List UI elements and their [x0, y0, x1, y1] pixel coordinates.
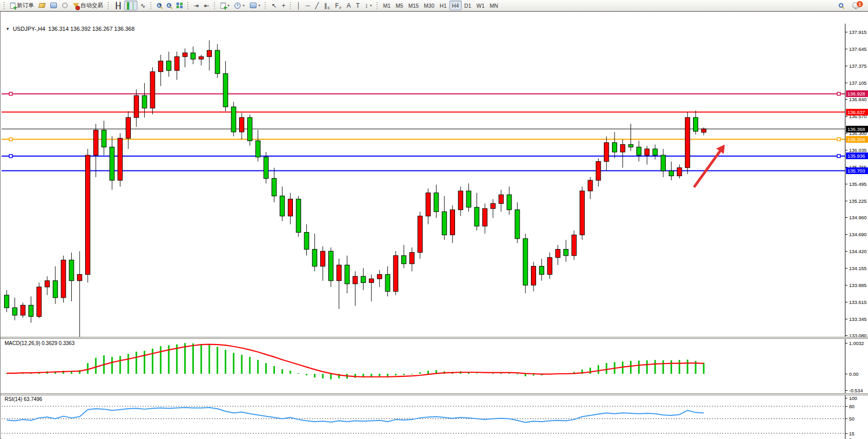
chart-title[interactable]: ▼ USDJPY-,H4 136.314 136.392 136.267 136…	[6, 26, 134, 32]
market-watch-button[interactable]	[48, 1, 60, 10]
search-button[interactable]	[836, 1, 846, 10]
candle-down	[507, 195, 511, 209]
auto-trading-label: 自动交易	[81, 2, 103, 9]
horizontal-line-icon: ─	[306, 3, 310, 9]
axis-tick-dash	[845, 99, 847, 100]
rsi-indicator-pane[interactable]	[2, 395, 845, 439]
signals-button[interactable]	[60, 1, 70, 10]
timeframe-m15[interactable]: M15	[406, 1, 421, 10]
crosshair-tool-button[interactable]: +	[279, 1, 288, 10]
candle-down	[264, 157, 268, 179]
toolbar-grip[interactable]	[214, 2, 216, 9]
period-button[interactable]: ▾	[232, 1, 247, 10]
tile-windows-button[interactable]	[174, 1, 185, 10]
notifications-button[interactable]: 1	[850, 1, 862, 10]
brush-icon	[38, 3, 46, 8]
candle-up	[183, 53, 187, 56]
candle-up	[353, 276, 358, 284]
new-order-button[interactable]: 新订单	[8, 1, 36, 10]
timeframe-m1[interactable]: M1	[381, 1, 393, 10]
channel-icon: ∥	[324, 3, 327, 9]
chart-shift-button[interactable]: ⇤	[202, 1, 212, 10]
vertical-line-tool[interactable]: │	[294, 1, 303, 10]
ohlc-values-label: 136.314 136.392 136.267 136.368	[48, 26, 134, 32]
zoom-in-button[interactable]: +	[154, 1, 164, 10]
price-axis-tick: 133.345	[849, 316, 866, 322]
candle-up	[321, 251, 325, 266]
channel-tool[interactable]: ∥E	[322, 1, 333, 10]
price-axis-tick: 134.960	[849, 215, 866, 220]
pane-splitter[interactable]	[1, 337, 868, 339]
candle-down	[442, 212, 447, 235]
candle-up	[369, 279, 374, 282]
candlestick-icon: ▌│	[127, 3, 135, 9]
hline-handle[interactable]	[837, 138, 840, 141]
add-indicator-button[interactable]: ▾	[218, 1, 232, 10]
timeframe-w1[interactable]: W1	[474, 1, 487, 10]
hline-handle[interactable]	[9, 138, 12, 141]
auto-scroll-button[interactable]: ⇥	[191, 1, 202, 10]
toolbar-grip[interactable]	[265, 2, 267, 9]
text-tool[interactable]: A	[344, 1, 353, 10]
template-button[interactable]: ▾	[247, 1, 263, 10]
rsi-line	[7, 408, 704, 423]
candle-up	[174, 56, 179, 70]
timeframe-m30[interactable]: M30	[421, 1, 437, 10]
pane-splitter[interactable]	[1, 393, 868, 395]
timeframe-h1[interactable]: H1	[437, 1, 449, 10]
hline-handle[interactable]	[9, 155, 12, 158]
timeframe-d1[interactable]: D1	[462, 1, 474, 10]
candle-down	[110, 147, 114, 180]
candlestick-chart-button[interactable]: ▌│	[124, 1, 137, 10]
price-line-badge: 135.936	[846, 152, 868, 159]
line-chart-button[interactable]: ∿	[137, 1, 148, 10]
toolbar-grip[interactable]	[377, 2, 379, 9]
candle-down	[361, 276, 366, 282]
auto-scroll-icon: ⇥	[194, 3, 199, 9]
tile-windows-icon	[176, 3, 183, 8]
hline-handle[interactable]	[837, 155, 840, 158]
fibonacci-icon: F	[335, 3, 339, 9]
candle-down	[280, 196, 285, 216]
trendline-tool[interactable]: ╱	[312, 1, 321, 10]
macd-indicator-pane[interactable]	[2, 339, 845, 393]
toolbar-grip[interactable]	[4, 2, 6, 9]
search-icon	[839, 3, 843, 8]
candle-down	[564, 250, 568, 256]
candle-up	[159, 61, 163, 72]
toolbar-grip[interactable]	[187, 2, 189, 9]
fibonacci-tool[interactable]: FF	[332, 1, 344, 10]
arrow-annotation[interactable]	[694, 148, 722, 187]
candle-down	[637, 147, 641, 155]
arrows-tool[interactable]: ↕▾	[362, 1, 374, 10]
candle-down	[29, 305, 33, 316]
hline-handle[interactable]	[837, 92, 840, 96]
text-label-tool[interactable]: T	[353, 1, 362, 10]
zoom-out-button[interactable]: −	[164, 1, 174, 10]
toolbar-grip[interactable]	[150, 2, 152, 9]
cursor-tool-button[interactable]: ↖	[269, 1, 279, 10]
styler-button[interactable]	[36, 1, 48, 10]
candle-down	[539, 266, 544, 275]
axis-tick-dash	[845, 234, 847, 235]
timeframe-h4[interactable]: H4	[449, 1, 462, 10]
horizontal-line-tool[interactable]: ─	[303, 1, 313, 10]
toolbar-grip[interactable]	[290, 2, 292, 9]
bar-chart-button[interactable]: ┠┨	[112, 1, 124, 10]
main-price-chart[interactable]	[2, 24, 845, 337]
price-axis-tick: 134.420	[849, 249, 866, 254]
candle-down	[223, 73, 228, 107]
timeframe-m5[interactable]: M5	[393, 1, 406, 10]
toolbar-grip[interactable]	[108, 2, 110, 9]
axis-tick-dash	[845, 49, 847, 49]
hline-handle[interactable]	[9, 92, 12, 96]
candle-up	[61, 260, 66, 297]
candle-up	[393, 256, 398, 292]
axis-tick-dash	[845, 418, 847, 419]
candle-down	[434, 193, 439, 212]
price-axis[interactable]: 137.915137.645137.375137.105136.840136.5…	[845, 24, 868, 439]
auto-trading-button[interactable]: 自动交易	[70, 1, 106, 10]
macd-label: MACD(12,26,9) 0.3629 0.3363	[5, 340, 74, 346]
candle-up	[86, 155, 90, 274]
timeframe-mn[interactable]: MN	[487, 1, 501, 10]
